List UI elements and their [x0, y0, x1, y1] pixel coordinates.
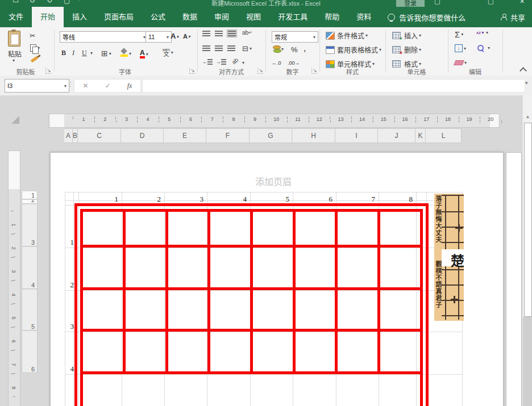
column-header-G[interactable]: G	[250, 128, 292, 143]
scrollbar-thumb[interactable]	[524, 123, 532, 317]
ribbon-tab-8[interactable]: 开发工具	[269, 7, 316, 27]
ribbon-tab-9[interactable]: 帮助	[316, 7, 348, 27]
login-button[interactable]: 登录	[396, 0, 425, 7]
formula-bar-splitter[interactable]: ⋮	[67, 81, 73, 88]
underline-dropdown-icon[interactable]: ▾	[89, 51, 93, 56]
number-format-select[interactable]: 常规▾	[272, 31, 318, 43]
decrease-decimal-button[interactable]: .00→	[288, 60, 300, 66]
number-dialog-launcher[interactable]: ↘	[311, 68, 318, 74]
insert-function-button[interactable]: fx	[127, 82, 132, 90]
ribbon-tab-6[interactable]: 审阅	[206, 7, 238, 27]
format-as-table-button[interactable]: 套用表格格式▾	[326, 45, 381, 55]
cancel-icon[interactable]: ✕	[83, 82, 89, 90]
orientation-dropdown-icon[interactable]: ▾	[241, 60, 244, 65]
alignment-dialog-launcher[interactable]: ↘	[257, 68, 264, 74]
decrease-indent-button[interactable]: ←	[202, 59, 213, 65]
scroll-up-icon[interactable]: ▲	[524, 112, 531, 121]
italic-button[interactable]: I	[72, 49, 74, 57]
clipboard-dialog-launcher[interactable]: ↘	[45, 68, 52, 74]
copy-button[interactable]: ▾	[30, 44, 40, 52]
grow-font-button[interactable]: A▲	[171, 32, 180, 40]
column-header-K[interactable]: K	[415, 128, 426, 143]
tell-me-box[interactable]: 告诉我你想要做什么	[388, 7, 466, 27]
clear-button[interactable]: ▾	[455, 60, 467, 65]
paste-label[interactable]: 粘贴	[2, 49, 27, 58]
column-header-H[interactable]: H	[292, 128, 335, 143]
ribbon-tab-2[interactable]: 插入	[64, 7, 95, 27]
column-header-B[interactable]: B	[73, 128, 78, 143]
scrollbar-track[interactable]	[523, 317, 532, 406]
expand-formula-bar-icon[interactable]: ▾	[525, 80, 528, 86]
format-painter-button[interactable]	[31, 58, 38, 61]
formula-input[interactable]	[142, 79, 525, 93]
row-header-6[interactable]: 6	[22, 331, 38, 373]
collapse-ribbon-icon[interactable]	[519, 67, 527, 74]
row-header-5[interactable]: 5	[22, 290, 38, 330]
row-header-1[interactable]: 1	[22, 191, 38, 199]
name-box[interactable]: I3 ▾	[5, 79, 69, 93]
row-header-2[interactable]: 2	[22, 200, 38, 204]
font-name-select[interactable]: 等线▾	[60, 31, 148, 43]
ribbon-tab-0[interactable]: 文件	[0, 7, 32, 27]
ribbon-tab-10[interactable]: 资料	[348, 7, 380, 27]
column-header-J[interactable]: J	[378, 128, 415, 143]
sort-filter-button[interactable]: AZ▼▾	[476, 30, 488, 35]
paste-dropdown-icon[interactable]: ▾	[13, 58, 15, 63]
ribbon-tab-7[interactable]: 视图	[238, 7, 269, 27]
autosum-button[interactable]: Σ▾	[455, 30, 463, 39]
column-header-D[interactable]: D	[121, 128, 164, 143]
column-header-A[interactable]: A	[64, 128, 73, 143]
wrap-text-button[interactable]: ab↵	[242, 30, 252, 36]
accounting-format-button[interactable]: ▾	[273, 45, 284, 52]
ribbon-tab-5[interactable]: 数据	[174, 7, 206, 27]
font-dialog-launcher[interactable]: ↘	[189, 68, 196, 74]
percent-button[interactable]: %	[291, 45, 298, 54]
paste-button[interactable]	[8, 31, 20, 47]
comma-button[interactable]: ,	[304, 43, 306, 53]
worksheet-page[interactable]: 添加页眉 12345678 1234 落子無悔大丈夫 觀棋不語真君子 楚	[50, 152, 504, 406]
maximize-icon[interactable]: ▢	[488, 0, 493, 5]
chess-board-picture[interactable]: 落子無悔大丈夫 觀棋不語真君子 楚	[434, 194, 464, 321]
insert-cells-button[interactable]: + 插入▾	[392, 31, 421, 40]
worksheet-canvas[interactable]: 1234567891011121314151617181920 12345678…	[0, 95, 532, 406]
conditional-formatting-button[interactable]: 条件格式▾	[326, 31, 368, 40]
align-top-button[interactable]	[202, 31, 210, 36]
cut-button[interactable]: ✂	[30, 32, 35, 40]
merge-center-button[interactable]: ⊟▾	[242, 44, 252, 53]
align-left-button[interactable]	[202, 45, 210, 51]
find-select-button[interactable]: ▾	[477, 45, 490, 51]
fill-color-button[interactable]: ▾	[120, 50, 131, 57]
align-bottom-button[interactable]	[227, 30, 236, 37]
font-color-button[interactable]: A▾	[140, 50, 148, 58]
borders-button[interactable]: ⊞▾	[101, 49, 111, 58]
row-header-4[interactable]: 4	[22, 247, 38, 289]
align-middle-button[interactable]	[215, 31, 223, 36]
column-header-I[interactable]: I	[335, 128, 378, 143]
enter-icon[interactable]: ✓	[105, 82, 111, 90]
column-header-C[interactable]: C	[78, 128, 121, 143]
column-header-L[interactable]: L	[426, 128, 462, 143]
ribbon-tab-3[interactable]: 页面布局	[95, 7, 142, 27]
delete-cells-button[interactable]: × 删除▾	[392, 45, 421, 55]
increase-decimal-button[interactable]: ←.0	[272, 60, 281, 66]
fill-button[interactable]: ↓▾	[455, 44, 466, 52]
ribbon-tab-4[interactable]: 公式	[142, 7, 174, 27]
vertical-scrollbar[interactable]: ▲	[522, 95, 532, 406]
increase-indent-button[interactable]: →	[216, 59, 226, 65]
orientation-button[interactable]: ab	[231, 57, 240, 66]
share-button[interactable]: 共享	[501, 7, 532, 27]
select-all-icon[interactable]	[11, 116, 19, 124]
column-header-E[interactable]: E	[164, 128, 206, 143]
row-header-3[interactable]: 3	[22, 204, 38, 246]
align-right-button[interactable]	[227, 45, 235, 51]
underline-button[interactable]: U	[82, 49, 87, 57]
shrink-font-button[interactable]: A▼	[183, 33, 192, 40]
align-center-button[interactable]	[215, 45, 223, 51]
ribbon-tab-1[interactable]: 开始	[32, 7, 64, 27]
add-header-placeholder[interactable]: 添加页眉	[217, 174, 330, 188]
ribbon-display-options-icon[interactable]: ▢	[434, 0, 440, 5]
column-header-F[interactable]: F	[206, 128, 250, 143]
font-size-select[interactable]: 11▾	[146, 31, 172, 43]
phonetic-button[interactable]: wén文 ▾	[163, 48, 173, 57]
close-icon[interactable]: ✕	[519, 0, 525, 5]
